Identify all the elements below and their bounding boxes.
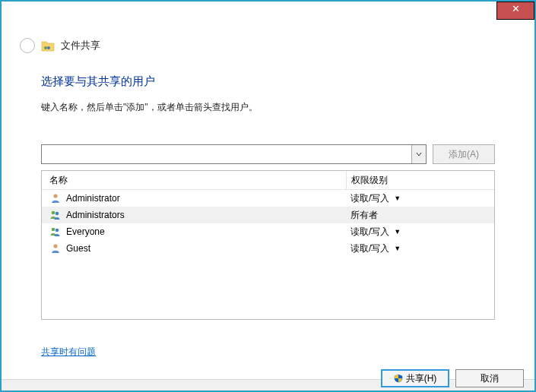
row-name-label: Administrator [66, 193, 120, 204]
row-permission-cell[interactable]: 读取/写入▼ [346, 192, 494, 205]
shield-icon [394, 374, 403, 383]
svg-point-7 [53, 244, 57, 248]
column-header-permission[interactable]: 权限级别 [347, 174, 494, 187]
user-icon [49, 192, 62, 204]
user-input-row: 添加(A) [41, 144, 495, 164]
row-name-label: Administrators [66, 210, 125, 220]
user-combobox[interactable] [41, 144, 427, 164]
instruction-text: 键入名称，然后单击"添加"，或者单击箭头查找用户。 [41, 101, 495, 114]
content-area: 选择要与其共享的用户 键入名称，然后单击"添加"，或者单击箭头查找用户。 添加(… [2, 53, 534, 359]
group-icon [49, 209, 62, 221]
file-sharing-dialog: ✕ 文件共享 选择要与其共享的用户 键入名称，然后单击"添加"，或者单击箭头查找… [0, 0, 536, 392]
user-list: 名称 权限级别 Administrator读取/写入▼Administrator… [41, 170, 495, 320]
svg-point-0 [44, 46, 47, 49]
list-header: 名称 权限级别 [42, 171, 494, 190]
row-name-label: Everyone [66, 226, 105, 237]
folder-share-icon [41, 40, 55, 52]
close-icon: ✕ [512, 3, 520, 14]
list-row[interactable]: Administrators所有者 [42, 207, 494, 223]
close-button[interactable]: ✕ [496, 2, 534, 20]
row-name-cell: Administrators [42, 207, 346, 223]
group-icon [49, 226, 62, 238]
permission-dropdown-icon: ▼ [394, 228, 401, 236]
svg-point-4 [56, 212, 59, 216]
share-button-label: 共享(H) [406, 372, 437, 385]
svg-point-1 [47, 46, 50, 49]
row-permission-label: 所有者 [350, 209, 378, 222]
row-name-cell: Guest [42, 240, 346, 257]
dialog-title: 文件共享 [61, 39, 100, 52]
row-name-cell: Administrator [42, 190, 346, 207]
main-heading: 选择要与其共享的用户 [41, 74, 495, 89]
list-row[interactable]: Everyone读取/写入▼ [42, 223, 494, 240]
list-row[interactable]: Administrator读取/写入▼ [42, 190, 494, 207]
svg-point-5 [52, 228, 56, 232]
dialog-footer: 共享(H) 取消 [2, 379, 534, 390]
titlebar: ✕ [2, 2, 534, 24]
permission-dropdown-icon: ▼ [394, 245, 401, 252]
combo-dropdown-button[interactable] [411, 145, 426, 163]
back-button[interactable] [20, 38, 35, 53]
row-permission-cell[interactable]: 读取/写入▼ [346, 226, 494, 239]
row-permission-cell[interactable]: 读取/写入▼ [346, 242, 494, 255]
row-name-cell: Everyone [42, 223, 346, 240]
user-icon [49, 242, 62, 254]
svg-point-3 [52, 211, 56, 215]
row-permission-label: 读取/写入 [350, 226, 389, 239]
user-input[interactable] [42, 145, 411, 163]
row-permission-label: 读取/写入 [350, 192, 389, 205]
share-button[interactable]: 共享(H) [381, 369, 449, 387]
svg-point-2 [53, 194, 57, 198]
column-header-name[interactable]: 名称 [42, 171, 347, 189]
svg-point-6 [56, 229, 59, 232]
chevron-down-icon [416, 151, 422, 157]
cancel-button-label: 取消 [480, 372, 499, 385]
add-button[interactable]: 添加(A) [433, 144, 495, 164]
cancel-button[interactable]: 取消 [455, 369, 524, 387]
row-name-label: Guest [66, 243, 90, 254]
help-link[interactable]: 共享时有问题 [41, 346, 96, 359]
list-row[interactable]: Guest读取/写入▼ [42, 240, 494, 257]
list-body: Administrator读取/写入▼Administrators所有者Ever… [42, 190, 494, 319]
row-permission-cell: 所有者 [346, 209, 494, 222]
dialog-header: 文件共享 [2, 24, 534, 53]
permission-dropdown-icon: ▼ [394, 194, 401, 202]
row-permission-label: 读取/写入 [350, 242, 389, 255]
